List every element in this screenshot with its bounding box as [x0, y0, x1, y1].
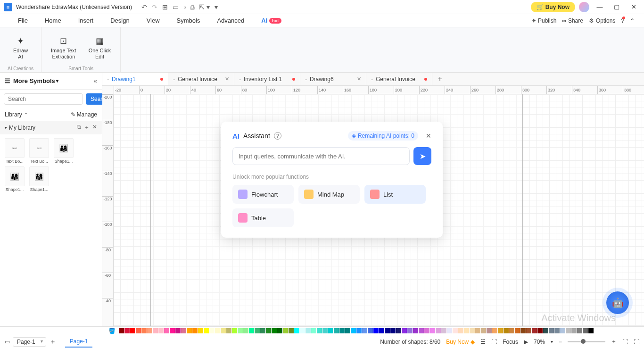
- floating-ai-button[interactable]: 🤖: [606, 291, 629, 314]
- color-swatch[interactable]: [209, 328, 215, 333]
- color-swatch[interactable]: [447, 328, 452, 333]
- menu-ai[interactable]: AI hot: [253, 14, 290, 27]
- color-swatch[interactable]: [566, 328, 571, 333]
- color-swatch[interactable]: [311, 328, 316, 333]
- color-swatch[interactable]: [419, 328, 424, 333]
- close-panel-icon[interactable]: ✕: [426, 132, 431, 140]
- page-dropdown[interactable]: Page-1: [13, 337, 46, 347]
- page-tab[interactable]: Page-1: [65, 336, 93, 348]
- color-swatch[interactable]: [147, 328, 152, 333]
- image-text-extraction-button[interactable]: ⊡ Image Text Extraction: [49, 30, 78, 65]
- help-icon[interactable]: ?: [274, 132, 281, 140]
- color-swatch[interactable]: [390, 328, 396, 333]
- color-swatch[interactable]: [198, 328, 203, 333]
- color-swatch[interactable]: [368, 328, 373, 333]
- menu-advanced[interactable]: Advanced: [208, 14, 253, 27]
- color-swatch[interactable]: [232, 328, 237, 333]
- buy-now-link[interactable]: Buy Now ◆: [446, 339, 475, 345]
- open-icon[interactable]: ▭: [173, 3, 179, 11]
- color-swatch[interactable]: [464, 328, 469, 333]
- color-swatch[interactable]: [181, 328, 186, 333]
- color-swatch[interactable]: [385, 328, 390, 333]
- color-swatch[interactable]: [345, 328, 350, 333]
- doc-tab-general-invoice[interactable]: ▫General Invoice✕: [168, 73, 234, 85]
- color-swatch[interactable]: [537, 328, 543, 333]
- color-swatch[interactable]: [317, 328, 322, 333]
- color-swatch[interactable]: [192, 328, 198, 333]
- menu-view[interactable]: View: [138, 14, 168, 27]
- user-avatar[interactable]: [579, 2, 589, 12]
- color-swatch[interactable]: [424, 328, 429, 333]
- color-swatch[interactable]: [373, 328, 379, 333]
- color-swatch[interactable]: [328, 328, 333, 333]
- ai-func-flowchart[interactable]: Flowchart: [232, 185, 294, 204]
- menu-home[interactable]: Home: [36, 14, 70, 27]
- color-swatch[interactable]: [430, 328, 435, 333]
- color-swatch[interactable]: [272, 328, 277, 333]
- ai-func-mindmap[interactable]: Mind Map: [298, 185, 360, 204]
- doc-tab-drawing1[interactable]: ▫Drawing1: [102, 73, 168, 85]
- add-page-button[interactable]: ＋: [48, 337, 58, 347]
- color-swatch[interactable]: [526, 328, 531, 333]
- menu-symbols[interactable]: Symbols: [168, 14, 209, 27]
- zoom-in-button[interactable]: ＋: [611, 338, 617, 346]
- color-swatch[interactable]: [339, 328, 345, 333]
- color-swatch[interactable]: [379, 328, 384, 333]
- color-swatch[interactable]: [187, 328, 192, 333]
- color-swatch[interactable]: [141, 328, 147, 333]
- color-swatch[interactable]: [498, 328, 503, 333]
- color-swatch[interactable]: [136, 328, 141, 333]
- color-swatch[interactable]: [153, 328, 158, 333]
- color-swatch[interactable]: [277, 328, 282, 333]
- color-swatch[interactable]: [289, 328, 294, 333]
- color-swatch[interactable]: [549, 328, 554, 333]
- color-swatch[interactable]: [509, 328, 514, 333]
- color-swatch[interactable]: [243, 328, 248, 333]
- color-swatch[interactable]: [255, 328, 260, 333]
- color-swatch[interactable]: [322, 328, 328, 333]
- shape-item[interactable]: 👨‍👩‍👧Shape1...: [4, 166, 25, 192]
- color-swatch[interactable]: [215, 328, 220, 333]
- color-swatch[interactable]: [458, 328, 463, 333]
- my-library-row[interactable]: ▾ My Library ⧉ ＋ ✕: [0, 121, 102, 134]
- options-button[interactable]: ⚙Options: [589, 17, 615, 24]
- plus-icon[interactable]: ＋: [84, 124, 90, 132]
- color-swatch[interactable]: [238, 328, 243, 333]
- color-swatch[interactable]: [175, 328, 181, 333]
- color-swatch[interactable]: [470, 328, 475, 333]
- zoom-level[interactable]: 70%: [534, 339, 545, 345]
- collapse-ribbon-button[interactable]: ⌃: [630, 17, 635, 24]
- color-swatch[interactable]: [583, 328, 588, 333]
- color-swatch[interactable]: [543, 328, 548, 333]
- color-swatch[interactable]: [475, 328, 480, 333]
- color-swatch[interactable]: [204, 328, 209, 333]
- shape-item[interactable]: textText Bo...: [4, 138, 25, 164]
- focus-button[interactable]: Focus: [503, 339, 518, 345]
- shape-item[interactable]: 👨‍👩‍👧Shape1...: [28, 166, 50, 192]
- color-swatch[interactable]: [362, 328, 367, 333]
- color-swatch[interactable]: [130, 328, 135, 333]
- color-swatch[interactable]: [554, 328, 560, 333]
- chevron-up-icon[interactable]: ⌃: [24, 112, 28, 117]
- undo-icon[interactable]: ↶: [141, 3, 147, 11]
- color-swatch[interactable]: [515, 328, 520, 333]
- copy-icon[interactable]: ⧉: [77, 124, 81, 132]
- help-button[interactable]: ?: [621, 17, 624, 24]
- new-icon[interactable]: ⊞: [162, 3, 168, 11]
- color-swatch[interactable]: [266, 328, 271, 333]
- ai-func-table[interactable]: Table: [232, 208, 294, 227]
- color-swatch[interactable]: [588, 328, 594, 333]
- color-swatch[interactable]: [249, 328, 254, 333]
- save-icon[interactable]: ▫: [183, 3, 186, 11]
- share-button[interactable]: ∞Share: [562, 17, 583, 24]
- color-swatch[interactable]: [351, 328, 356, 333]
- color-swatch[interactable]: [356, 328, 362, 333]
- collapse-sidebar-icon[interactable]: «: [94, 77, 97, 84]
- fullscreen-icon[interactable]: ⛶: [634, 339, 639, 345]
- color-swatch[interactable]: [441, 328, 446, 333]
- manage-button[interactable]: ✎Manage: [71, 111, 97, 118]
- color-swatch[interactable]: [407, 328, 413, 333]
- doc-tab-general-invoice-2[interactable]: ▫General Invoice: [366, 73, 432, 85]
- color-swatch[interactable]: [396, 328, 401, 333]
- color-swatch[interactable]: [453, 328, 458, 333]
